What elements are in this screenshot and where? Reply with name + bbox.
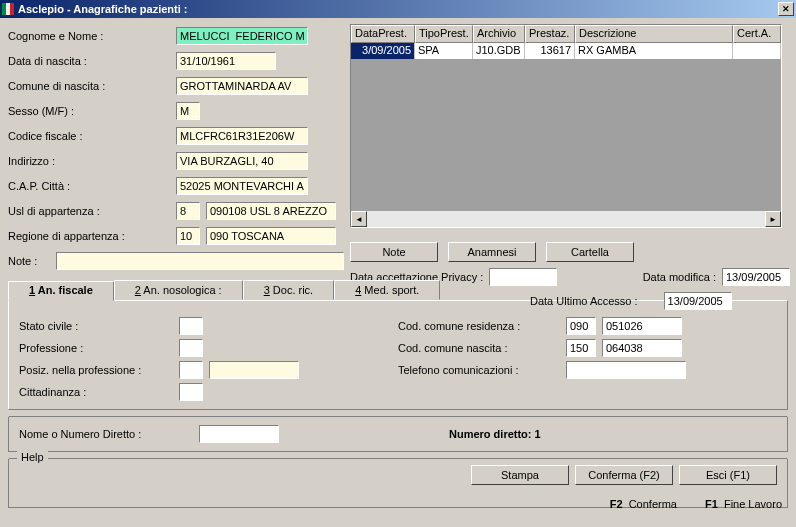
horizontal-scrollbar[interactable]: ◄ ► [351, 211, 781, 227]
status-bar: F2 Conferma F1 Fine Lavoro [610, 498, 782, 510]
tabs: 1 An. fiscale 2 An. nosologica : 3 Doc. … [8, 280, 788, 300]
table-row[interactable]: 3/09/2005 SPA J10.GDB 13617 RX GAMBA [351, 43, 781, 59]
col-tipoprest[interactable]: TipoPrest. [415, 25, 473, 43]
comune-input[interactable] [176, 77, 308, 95]
cf-label: Codice fiscale : [8, 130, 176, 142]
scroll-left-icon[interactable]: ◄ [351, 211, 367, 227]
posiz-prof-desc-input[interactable] [209, 361, 299, 379]
numero-diretto-label: Nome o Numero Diretto : [19, 428, 199, 440]
prestazioni-grid[interactable]: DataPrest. TipoPrest. Archivio Prestaz. … [350, 24, 782, 228]
cartella-button[interactable]: Cartella [546, 242, 634, 262]
col-prestaz[interactable]: Prestaz. [525, 25, 575, 43]
titlebar: Asclepio - Anagrafiche pazienti : ✕ [0, 0, 796, 18]
close-button[interactable]: ✕ [778, 2, 794, 16]
stato-civile-input[interactable] [179, 317, 203, 335]
cap-input[interactable] [176, 177, 308, 195]
cap-label: C.A.P. Città : [8, 180, 176, 192]
cell-prestaz: 13617 [525, 43, 575, 59]
grid-header: DataPrest. TipoPrest. Archivio Prestaz. … [351, 25, 781, 43]
usl-label: Usl di appartenza : [8, 205, 176, 217]
sesso-label: Sesso (M/F) : [8, 105, 176, 117]
numero-diretto-group: Nome o Numero Diretto : Numero diretto: … [8, 416, 788, 452]
posiz-prof-code-input[interactable] [179, 361, 203, 379]
cittadinanza-input[interactable] [179, 383, 203, 401]
numero-diretto-input[interactable] [199, 425, 279, 443]
tab-an-fiscale[interactable]: 1 An. fiscale [8, 281, 114, 301]
cf-input[interactable] [176, 127, 308, 145]
col-certa[interactable]: Cert.A. [733, 25, 781, 43]
cod-nascita-label: Cod. comune nascita : [398, 342, 566, 354]
indirizzo-input[interactable] [176, 152, 308, 170]
usl-desc-input[interactable] [206, 202, 336, 220]
cod-residenza-val-input[interactable] [602, 317, 682, 335]
comune-label: Comune di nascita : [8, 80, 176, 92]
stampa-button[interactable]: Stampa [471, 465, 569, 485]
note-label: Note : [8, 255, 56, 267]
cell-certa [733, 43, 781, 59]
cod-nascita-val-input[interactable] [602, 339, 682, 357]
dob-input[interactable] [176, 52, 276, 70]
indirizzo-label: Indirizzo : [8, 155, 176, 167]
col-archivio[interactable]: Archivio [473, 25, 525, 43]
col-dataprest[interactable]: DataPrest. [351, 25, 415, 43]
scroll-track[interactable] [367, 211, 765, 227]
regione-code-input[interactable] [176, 227, 200, 245]
posiz-prof-label: Posiz. nella professione : [19, 364, 179, 376]
regione-desc-input[interactable] [206, 227, 336, 245]
cod-residenza-code-input[interactable] [566, 317, 596, 335]
sesso-input[interactable] [176, 102, 200, 120]
cell-descrizione: RX GAMBA [575, 43, 733, 59]
dob-label: Data di nascita : [8, 55, 176, 67]
cell-tipoprest: SPA [415, 43, 473, 59]
scroll-right-icon[interactable]: ► [765, 211, 781, 227]
regione-label: Regione di appartenza : [8, 230, 176, 242]
cod-residenza-label: Cod. comune residenza : [398, 320, 566, 332]
numero-diretto-result: Numero diretto: 1 [449, 428, 541, 440]
col-descrizione[interactable]: Descrizione [575, 25, 733, 43]
tab-doc-ric[interactable]: 3 Doc. ric. [243, 280, 335, 300]
cell-archivio: J10.GDB [473, 43, 525, 59]
stato-civile-label: Stato civile : [19, 320, 179, 332]
tab-panel-fiscale: Stato civile : Professione : Posiz. nell… [8, 300, 788, 410]
cognome-input[interactable] [176, 27, 308, 45]
anamnesi-button[interactable]: Anamnesi [448, 242, 536, 262]
esci-button[interactable]: Esci (F1) [679, 465, 777, 485]
usl-code-input[interactable] [176, 202, 200, 220]
professione-input[interactable] [179, 339, 203, 357]
telefono-label: Telefono comunicazioni : [398, 364, 566, 376]
note-input[interactable] [56, 252, 344, 270]
note-button[interactable]: Note [350, 242, 438, 262]
help-legend: Help [17, 451, 48, 463]
tab-med-sport[interactable]: 4 Med. sport. [334, 280, 440, 300]
cognome-label: Cognome e Nome : [8, 30, 176, 42]
conferma-button[interactable]: Conferma (F2) [575, 465, 673, 485]
app-icon [2, 3, 14, 15]
tab-an-nosologica[interactable]: 2 An. nosologica : [114, 280, 243, 300]
cittadinanza-label: Cittadinanza : [19, 386, 179, 398]
cod-nascita-code-input[interactable] [566, 339, 596, 357]
professione-label: Professione : [19, 342, 179, 354]
cell-dataprest: 3/09/2005 [351, 43, 415, 59]
telefono-input[interactable] [566, 361, 686, 379]
window-title: Asclepio - Anagrafiche pazienti : [18, 3, 188, 15]
